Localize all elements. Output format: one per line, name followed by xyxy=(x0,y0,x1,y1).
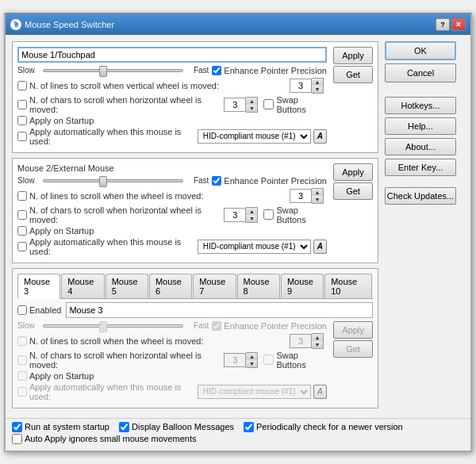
tab-mouse9[interactable]: Mouse 9 xyxy=(281,274,324,298)
close-title-button[interactable]: ✕ xyxy=(451,18,466,31)
mouse2-get-button[interactable]: Get xyxy=(333,182,373,200)
mouse1-name-input[interactable] xyxy=(17,47,327,63)
mouse1-chars-checkbox[interactable] xyxy=(17,100,27,109)
balloon-checkbox[interactable] xyxy=(119,422,129,432)
mouse2-swap-checkbox[interactable] xyxy=(263,209,274,220)
mouse2-slider-track[interactable] xyxy=(43,179,183,182)
mouse1-chars-down[interactable]: ▼ xyxy=(246,105,257,112)
mouse1-fields: Slow Fast Enhance Pointer Precision xyxy=(17,47,327,148)
mouse2-lines-input[interactable] xyxy=(290,189,312,203)
mouse3-swap-label: Swap Buttons xyxy=(263,351,327,370)
mouse2-chars-input-wrap: ▲ ▼ xyxy=(224,207,258,223)
tab-mouse5[interactable]: Mouse 5 xyxy=(106,274,148,298)
help-button[interactable]: Help... xyxy=(385,117,456,135)
tab-mouse4[interactable]: Mouse 4 xyxy=(61,274,104,298)
mouse2-apply-button[interactable]: Apply xyxy=(333,163,373,181)
mouse1-slider-thumb[interactable] xyxy=(99,66,107,77)
tab-mouse10[interactable]: Mouse 10 xyxy=(324,274,372,298)
mouse1-lines-up[interactable]: ▲ xyxy=(312,79,323,86)
mouse1-section: Slow Fast Enhance Pointer Precision xyxy=(12,41,378,153)
auto-apply-checkbox[interactable] xyxy=(12,434,22,444)
mouse1-lines-down[interactable]: ▼ xyxy=(312,86,323,93)
mouse2-lines-check-label: N. of lines to scroll when the wheel is … xyxy=(17,191,204,201)
mouse1-swap-checkbox[interactable] xyxy=(263,99,274,109)
main-content: Slow Fast Enhance Pointer Precision xyxy=(6,35,470,418)
hotkeys-button[interactable]: Hotkeys... xyxy=(385,97,456,114)
mouse3-lines-row: N. of lines to scroll when the wheel is … xyxy=(17,333,327,349)
mouse3-lines-input xyxy=(290,334,312,348)
mouse3-auto-checkbox xyxy=(17,387,27,397)
run-startup-checkbox[interactable] xyxy=(12,422,22,432)
mouse3-name-input[interactable] xyxy=(66,302,373,318)
mouse1-swap-label: Swap Buttons xyxy=(263,95,327,114)
mouse1-lines-input[interactable] xyxy=(290,79,312,93)
tabs-bar: Mouse 3Mouse 4Mouse 5Mouse 6Mouse 7Mouse… xyxy=(17,274,373,299)
mouse2-chars-down[interactable]: ▼ xyxy=(246,215,257,222)
mouse1-fast-label: Fast xyxy=(186,66,209,75)
mouse2-fields: Mouse 2/External Mouse Slow Fast xyxy=(17,163,327,258)
periodic-checkbox[interactable] xyxy=(244,422,254,432)
mouse3-slider-track xyxy=(43,324,183,328)
mouse2-auto-checkbox[interactable] xyxy=(17,242,27,251)
help-title-button[interactable]: ? xyxy=(436,18,450,31)
main-window: 🖱 Mouse Speed Switcher ? ✕ Slow xyxy=(4,13,472,452)
mouse2-chars-checkbox[interactable] xyxy=(17,210,27,220)
mouse3-apply-button: Apply xyxy=(333,321,373,339)
mouse2-lines-input-wrap: ▲ ▼ xyxy=(290,188,324,204)
enter-key-button[interactable]: Enter Key... xyxy=(385,159,456,176)
mouse1-enhance-checkbox[interactable] xyxy=(212,66,221,75)
mouse2-slider-row: Slow Fast Enhance Pointer Precision xyxy=(17,176,327,186)
mouse3-chars-input xyxy=(224,353,246,367)
mouse1-lines-checkbox[interactable] xyxy=(17,81,27,90)
mouse2-lines-up[interactable]: ▲ xyxy=(312,189,323,196)
mouse1-auto-row: Apply automatically when this mouse is u… xyxy=(17,127,327,146)
mouse2-chars-spin: ▲ ▼ xyxy=(246,207,258,223)
tab-mouse6[interactable]: Mouse 6 xyxy=(149,274,192,298)
cancel-button[interactable]: Cancel xyxy=(385,63,456,82)
mouse3-chars-check-label: N. of chars to scroll when horizontal wh… xyxy=(17,351,221,370)
mouse1-chars-up[interactable]: ▲ xyxy=(246,98,257,105)
mouse2-auto-dropdown[interactable]: HID-compliant mouse (#1) xyxy=(198,240,311,254)
mouse2-startup-label: Apply on Startup xyxy=(17,226,94,236)
mouse2-chars-up[interactable]: ▲ xyxy=(246,208,257,215)
mouse1-auto-a-button[interactable]: A xyxy=(313,129,327,144)
mouse1-slider-row: Slow Fast Enhance Pointer Precision xyxy=(17,66,327,75)
mouse1-startup-checkbox[interactable] xyxy=(17,116,27,125)
mouse3-enabled-checkbox[interactable] xyxy=(17,305,27,315)
mouse3-enhance-label: Enhance Pointer Precision xyxy=(212,321,327,331)
mouse2-auto-check-label: Apply automatically when this mouse is u… xyxy=(17,237,195,256)
mouse2-chars-input[interactable] xyxy=(224,208,246,222)
mouse1-auto-dropdown[interactable]: HID-compliant mouse (#1) xyxy=(198,129,311,144)
check-updates-button[interactable]: Check Updates... xyxy=(385,187,456,205)
mouse2-slider-thumb[interactable] xyxy=(99,176,107,187)
mouse1-slider-track[interactable] xyxy=(43,69,183,72)
mouse3-lines-up: ▲ xyxy=(312,334,323,341)
mouse1-slow-label: Slow xyxy=(17,66,40,75)
mouse1-apply-button[interactable]: Apply xyxy=(333,47,373,64)
about-button[interactable]: About... xyxy=(385,138,456,155)
tab-mouse8[interactable]: Mouse 8 xyxy=(237,274,280,298)
mouse1-chars-input[interactable] xyxy=(224,98,246,112)
mouse2-lines-down[interactable]: ▼ xyxy=(312,196,323,203)
mouse3-chars-up: ▲ xyxy=(246,353,257,360)
mouse3-auto-dropdown: HID-compliant mouse (#1) xyxy=(198,385,311,399)
mouse1-enhance-label: Enhance Pointer Precision xyxy=(212,66,327,75)
footer-row1: Run at system startup Display Balloon Me… xyxy=(12,422,464,432)
mouse1-auto-checkbox[interactable] xyxy=(17,132,27,141)
balloon-label: Display Balloon Messages xyxy=(119,422,234,432)
mouse3-enhance-row: Enhance Pointer Precision xyxy=(212,321,327,331)
mouse3-content: Enabled Slow Fast xyxy=(17,302,373,403)
mouse3-lines-checkbox xyxy=(17,336,27,346)
mouse1-get-button[interactable]: Get xyxy=(333,66,373,83)
mouse1-chars-check-label: N. of chars to scroll when horizontal wh… xyxy=(17,95,221,114)
mouse2-startup-checkbox[interactable] xyxy=(17,226,27,236)
mouse2-lines-checkbox[interactable] xyxy=(17,191,27,201)
mouse3-auto-a-button: A xyxy=(313,385,327,399)
tab-mouse3[interactable]: Mouse 3 xyxy=(17,274,60,299)
mouse2-auto-a-button[interactable]: A xyxy=(313,240,327,254)
tab-mouse7[interactable]: Mouse 7 xyxy=(193,274,236,298)
mouse2-enhance-checkbox[interactable] xyxy=(212,176,221,186)
ok-button[interactable]: OK xyxy=(385,41,456,60)
mouse1-startup-label: Apply on Startup xyxy=(17,116,94,125)
mouse1-lines-spin: ▲ ▼ xyxy=(312,78,324,94)
